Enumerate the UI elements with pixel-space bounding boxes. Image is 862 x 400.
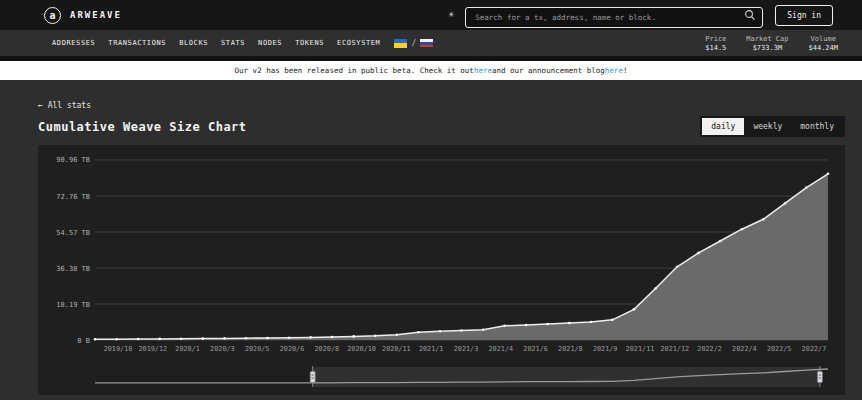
x-axis-tick-label: 2020/11 bbox=[382, 345, 411, 353]
range-tab-weekly[interactable]: weekly bbox=[744, 118, 791, 135]
data-point-marker bbox=[805, 186, 808, 189]
x-axis-tick-label: 2021/6 bbox=[523, 345, 548, 353]
data-point-marker bbox=[439, 330, 442, 333]
nav-item-nodes[interactable]: NODES bbox=[258, 39, 282, 47]
data-point-marker bbox=[611, 319, 614, 322]
market-stat-label: Volume bbox=[808, 35, 838, 43]
data-point-marker bbox=[762, 218, 765, 221]
y-axis-tick-label: 0 B bbox=[77, 337, 90, 345]
data-point-marker bbox=[719, 240, 722, 243]
nav-item-tokens[interactable]: TOKENS bbox=[295, 39, 324, 47]
nav-item-blocks[interactable]: BLOCKS bbox=[179, 39, 208, 47]
data-point-marker bbox=[525, 324, 528, 327]
top-header: a ARWEAVE ☀ Sign in bbox=[0, 0, 862, 30]
x-axis-tick-label: 2020/1 bbox=[175, 345, 200, 353]
y-axis-tick-label: 18.19 TB bbox=[56, 301, 90, 309]
data-point-marker bbox=[654, 287, 657, 290]
data-point-marker bbox=[266, 337, 269, 340]
data-point-marker bbox=[503, 325, 506, 328]
data-point-marker bbox=[633, 308, 636, 311]
search-box bbox=[465, 5, 763, 26]
x-axis-tick-label: 2021/9 bbox=[593, 345, 618, 353]
y-axis-tick-label: 90.96 TB bbox=[56, 156, 90, 164]
banner-text-2: and our announcement blog bbox=[492, 66, 605, 75]
banner-link-beta[interactable]: here bbox=[474, 66, 492, 75]
brush-handle-right[interactable] bbox=[817, 372, 822, 383]
title-row: Cumulative Weave Size Chart dailyweeklym… bbox=[38, 116, 845, 137]
nav-bar: ADDRESSESTRANSACTIONSBLOCKSSTATSNODESTOK… bbox=[0, 30, 862, 61]
data-point-marker bbox=[827, 173, 830, 176]
data-point-marker bbox=[115, 338, 118, 341]
weave-size-area-fill bbox=[95, 174, 828, 340]
x-axis-tick-label: 2021/12 bbox=[660, 345, 689, 353]
sign-in-button[interactable]: Sign in bbox=[775, 5, 833, 26]
data-point-marker bbox=[309, 336, 312, 339]
nav-item-addresses[interactable]: ADDRESSES bbox=[52, 39, 95, 47]
brand-name: ARWEAVE bbox=[70, 10, 122, 20]
page-title: Cumulative Weave Size Chart bbox=[38, 120, 247, 134]
y-axis-tick-label: 36.38 TB bbox=[56, 265, 90, 273]
data-point-marker bbox=[590, 321, 593, 324]
range-tabs: dailyweeklymonthly bbox=[700, 116, 845, 137]
arweave-logo-icon[interactable]: a bbox=[44, 7, 61, 24]
x-axis-tick-label: 2020/5 bbox=[245, 345, 270, 353]
data-point-marker bbox=[460, 329, 463, 332]
market-stat-value: $733.3M bbox=[746, 44, 788, 52]
data-point-marker bbox=[288, 337, 291, 340]
banner-text-1: Our v2 has been released in public beta.… bbox=[235, 66, 474, 75]
data-point-marker bbox=[697, 252, 700, 255]
x-axis-tick-label: 2020/8 bbox=[315, 345, 340, 353]
x-axis-tick-label: 2020/6 bbox=[280, 345, 305, 353]
data-point-marker bbox=[352, 335, 355, 338]
market-stat-value: $44.24M bbox=[808, 44, 838, 52]
data-point-marker bbox=[202, 337, 205, 340]
data-point-marker bbox=[568, 322, 571, 325]
data-point-marker bbox=[158, 338, 161, 341]
brush-handle-left[interactable] bbox=[310, 372, 315, 383]
data-point-marker bbox=[784, 202, 787, 205]
x-axis-tick-label: 2022/2 bbox=[697, 345, 722, 353]
range-tab-monthly[interactable]: monthly bbox=[791, 118, 843, 135]
data-point-marker bbox=[331, 336, 334, 339]
magnifier-icon bbox=[744, 9, 756, 21]
nav-item-ecosystem[interactable]: ECOSYSTEM bbox=[337, 39, 380, 47]
data-point-marker bbox=[137, 338, 140, 341]
main-content: ← All stats Cumulative Weave Size Chart … bbox=[0, 80, 862, 395]
language-separator: / bbox=[411, 39, 416, 48]
x-axis-tick-label: 2021/11 bbox=[626, 345, 655, 353]
back-to-all-stats-link[interactable]: ← All stats bbox=[38, 101, 91, 110]
market-stat-label: Price bbox=[705, 35, 726, 43]
data-point-marker bbox=[94, 338, 97, 341]
page: a ARWEAVE ☀ Sign in ADDRESSESTRANSACTION… bbox=[0, 0, 862, 400]
x-axis-tick-label: 2020/10 bbox=[347, 345, 376, 353]
range-tab-daily[interactable]: daily bbox=[702, 118, 744, 135]
data-point-marker bbox=[417, 331, 420, 334]
market-stat-market-cap: Market Cap$733.3M bbox=[746, 35, 788, 52]
market-stats: Price$14.5Market Cap$733.3MVolume$44.24M bbox=[705, 35, 838, 52]
x-axis-tick-label: 2022/7 bbox=[802, 345, 827, 353]
ukraine-flag-icon[interactable] bbox=[394, 39, 407, 48]
banner-link-blog[interactable]: here bbox=[605, 66, 623, 75]
x-axis-tick-label: 2022/5 bbox=[767, 345, 792, 353]
brush-selected-range[interactable] bbox=[313, 367, 820, 387]
data-point-marker bbox=[741, 228, 744, 231]
data-point-marker bbox=[223, 337, 226, 340]
data-point-marker bbox=[676, 266, 679, 269]
x-axis-tick-label: 2019/12 bbox=[138, 345, 167, 353]
nav-item-transactions[interactable]: TRANSACTIONS bbox=[108, 39, 166, 47]
data-point-marker bbox=[374, 335, 377, 338]
market-stat-price: Price$14.5 bbox=[705, 35, 726, 52]
data-point-marker bbox=[180, 338, 183, 341]
announcement-banner: Our v2 has been released in public beta.… bbox=[0, 61, 862, 80]
market-stat-volume: Volume$44.24M bbox=[808, 35, 838, 52]
data-point-marker bbox=[396, 333, 399, 336]
sun-icon[interactable]: ☀ bbox=[448, 10, 454, 20]
language-switcher: / bbox=[394, 39, 433, 48]
russia-flag-icon[interactable] bbox=[420, 39, 433, 48]
x-axis-tick-label: 2021/3 bbox=[454, 345, 479, 353]
search-input[interactable] bbox=[465, 7, 763, 28]
nav-item-stats[interactable]: STATS bbox=[221, 39, 245, 47]
data-point-marker bbox=[546, 323, 549, 326]
y-axis-tick-label: 54.57 TB bbox=[56, 229, 90, 237]
weave-size-chart-panel: 0 B18.19 TB36.38 TB54.57 TB72.76 TB90.96… bbox=[38, 145, 845, 395]
